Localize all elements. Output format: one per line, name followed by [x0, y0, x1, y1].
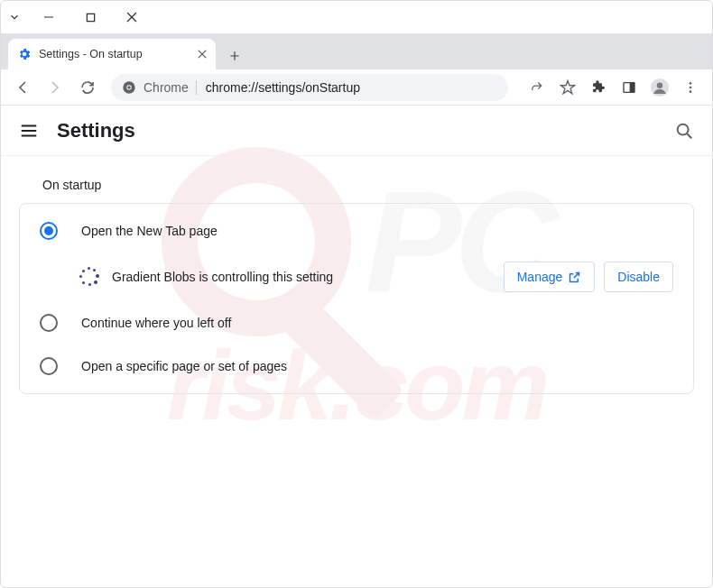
chrome-logo-icon	[122, 80, 136, 95]
new-tab-button[interactable]	[221, 42, 248, 69]
divider	[196, 80, 197, 95]
browser-tab[interactable]: Settings - On startup	[8, 39, 216, 69]
extension-icon	[79, 267, 99, 287]
startup-card: Open the New Tab page Gradient Blobs is …	[19, 203, 694, 394]
startup-option-specific-pages[interactable]: Open a specific page or set of pages	[20, 345, 693, 388]
svg-point-17	[690, 90, 692, 93]
svg-point-15	[690, 82, 692, 85]
svg-rect-1	[87, 14, 94, 21]
reload-button[interactable]	[73, 73, 102, 102]
svg-line-22	[687, 133, 691, 138]
minimize-button[interactable]	[28, 1, 69, 33]
toolbar: Chrome chrome://settings/onStartup	[1, 69, 712, 106]
menu-toggle-button[interactable]	[19, 121, 39, 141]
site-label: Chrome	[144, 80, 189, 95]
close-window-button[interactable]	[111, 1, 153, 33]
svg-point-16	[690, 86, 692, 88]
search-settings-button[interactable]	[674, 121, 694, 141]
radio-selected-icon	[40, 222, 58, 240]
profile-button[interactable]	[645, 73, 674, 102]
url-text: chrome://settings/onStartup	[206, 80, 360, 95]
close-tab-button[interactable]	[198, 50, 207, 59]
svg-rect-12	[630, 82, 634, 92]
settings-content: On startup Open the New Tab page Gradien…	[1, 156, 712, 416]
disable-button[interactable]: Disable	[604, 262, 673, 292]
bookmark-button[interactable]	[553, 73, 582, 102]
tab-search-button[interactable]	[1, 1, 28, 33]
controlled-by-text: Gradient Blobs is controlling this setti…	[112, 270, 491, 284]
menu-button[interactable]	[676, 73, 705, 102]
svg-point-21	[678, 124, 689, 134]
extensions-button[interactable]	[584, 73, 613, 102]
startup-option-new-tab[interactable]: Open the New Tab page	[20, 209, 693, 253]
manage-button[interactable]: Manage	[504, 262, 596, 292]
svg-point-10	[127, 86, 130, 88]
maximize-button[interactable]	[69, 1, 111, 33]
radio-unselected-icon	[40, 314, 58, 332]
forward-button[interactable]	[41, 73, 69, 102]
option-label: Open a specific page or set of pages	[81, 359, 287, 373]
page-title: Settings	[57, 119, 135, 142]
option-label: Continue where you left off	[81, 316, 231, 330]
back-button[interactable]	[8, 73, 37, 102]
external-link-icon	[568, 271, 581, 284]
section-heading: On startup	[42, 178, 694, 192]
settings-header: Settings	[1, 106, 712, 156]
tab-title: Settings - On startup	[39, 48, 190, 60]
address-bar[interactable]: Chrome chrome://settings/onStartup	[111, 74, 508, 101]
extension-control-notice: Gradient Blobs is controlling this setti…	[20, 253, 693, 301]
option-label: Open the New Tab page	[81, 224, 218, 238]
share-button[interactable]	[523, 73, 551, 102]
tab-strip: Settings - On startup	[1, 33, 712, 69]
gear-icon	[17, 47, 32, 61]
side-panel-button[interactable]	[615, 73, 644, 102]
radio-unselected-icon	[40, 357, 58, 375]
startup-option-continue[interactable]: Continue where you left off	[20, 301, 693, 345]
svg-point-14	[657, 82, 662, 87]
window-controls	[1, 1, 712, 33]
site-info-chip[interactable]: Chrome	[122, 80, 197, 95]
